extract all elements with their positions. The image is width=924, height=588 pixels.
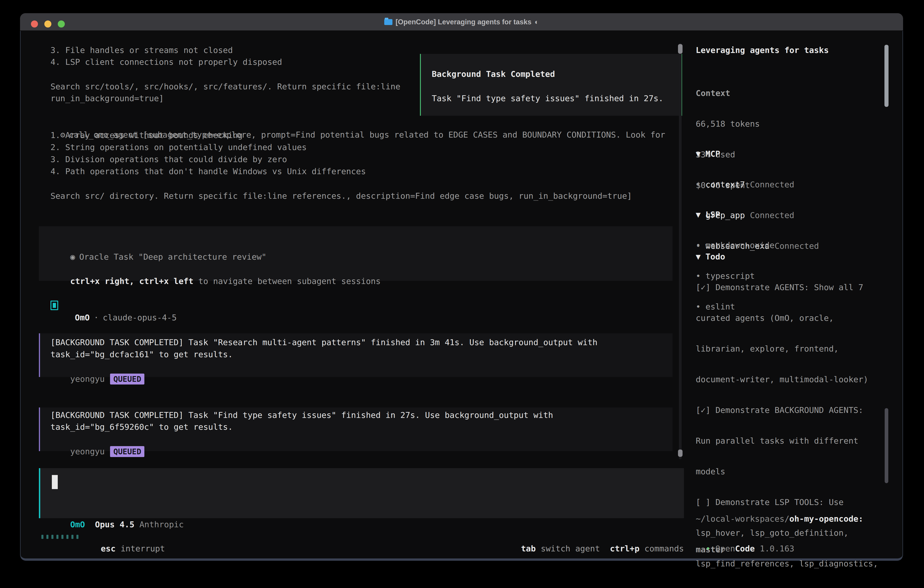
bullet-icon: • [696, 178, 706, 190]
app-version: 1.0.163 [760, 544, 794, 553]
ctrlp-key-hint: ctrl+p [610, 544, 640, 553]
bg-task-meta: yeongyuQUEUED [51, 433, 144, 469]
lsp-heading-row[interactable]: ▼LSP [696, 208, 774, 221]
omo-agent-icon [51, 301, 58, 310]
tool-item: 2. String operations on potentially unde… [51, 141, 307, 153]
bg-task-card: [BACKGROUND TASK COMPLETED] Task "Resear… [39, 333, 673, 377]
terminal-line: run_in_background=true] [51, 92, 164, 104]
mcp-item: •context7Connected [696, 178, 819, 190]
mcp-status: Connected [775, 241, 819, 251]
terminal-line: 3. File handles or streams not closed [51, 44, 233, 56]
session-state-icon: ◐ [535, 18, 539, 26]
oracle-title: Oracle Task "Deep architecture review" [79, 252, 266, 261]
todo-line: curated agents (OmO, oracle, [696, 312, 887, 324]
bg-task-line1: [BACKGROUND TASK COMPLETED] Task "Resear… [51, 336, 597, 349]
tool-item: 1. Array access without bounds checking [51, 129, 243, 141]
todo-line: models [696, 466, 887, 477]
bg-task-line1: [BACKGROUND TASK COMPLETED] Task "Find t… [51, 409, 553, 421]
background-task-toast[interactable]: Background Task Completed Task "Find typ… [420, 54, 682, 116]
oracle-hint-line: ctrl+x right, ctrl+x left to navigate be… [51, 263, 381, 299]
tab-key-label: switch agent [541, 544, 600, 553]
window-title-wrap: [OpenCode] Leveraging agents for tasks ◐ [20, 13, 903, 31]
bg-task-meta: yeongyuQUEUED [51, 361, 144, 397]
tool-tail-line: Search src/ directory. Return specific f… [51, 190, 632, 202]
lsp-name: markdown-oxide [706, 241, 774, 250]
tab-key-hint: tab [521, 544, 536, 553]
text-cursor [52, 475, 58, 489]
mcp-status: Connected [750, 180, 794, 189]
bullet-icon: • [696, 239, 706, 251]
oracle-task-panel: ◉Oracle Task "Deep architecture review" … [39, 226, 673, 281]
todo-line: document-writer, multimodal-looker) [696, 373, 887, 385]
input-agent-name: OmO [70, 520, 85, 529]
workspace-path-line: ~/local-workspaces/oh-my-opencode: [696, 513, 863, 525]
status-badge: QUEUED [110, 446, 144, 457]
agent-model: claude-opus-4-5 [103, 313, 177, 322]
oracle-hint-keys: ctrl+x right, ctrl+x left [70, 276, 193, 286]
bg-task-user: yeongyu [70, 374, 105, 383]
bg-task-user: yeongyu [70, 447, 105, 456]
todo-line: Run parallel tasks with different [696, 435, 887, 447]
chevron-down-icon: ▼ [696, 149, 701, 159]
agent-separator: · [94, 313, 99, 322]
status-dot-icon: • [706, 543, 715, 555]
mcp-heading-row[interactable]: ▼MCP [696, 148, 819, 160]
oracle-hint-text: to navigate between subagent sessions [193, 276, 381, 286]
workspace-path-name: oh-my-opencode: [789, 514, 863, 524]
terminal-line: 4. LSP client connections not properly d… [51, 56, 282, 68]
statusbar-right: tabswitch agentctrl+pcommands [0, 530, 684, 555]
sidebar-title: Leveraging agents for tasks [696, 44, 829, 56]
sidebar-scrollbar-thumb[interactable] [884, 45, 889, 107]
main-scrollbar-thumb-bottom[interactable] [678, 449, 683, 457]
main-scrollbar-thumb[interactable] [678, 44, 683, 54]
bg-task-line2: task_id="bg_dcfac161" to get results. [51, 349, 233, 360]
ctrlp-key-label: commands [645, 544, 684, 553]
mcp-heading: MCP [706, 149, 720, 159]
input-model: Opus 4.5 [95, 520, 134, 529]
bg-task-line2: task_id="bg_6f59260c" to get results. [51, 421, 233, 433]
lsp-item: •markdown-oxide [696, 239, 774, 251]
todo-scrollbar-thumb[interactable] [884, 408, 888, 483]
agent-header-line: OmO·claude-opus-4-5 [65, 299, 177, 324]
terminal-line: Search src/tools/, src/hooks/, src/featu… [51, 81, 400, 92]
chevron-down-icon: ▼ [696, 210, 701, 219]
version-row: •OpenCode1.0.163 [696, 530, 794, 555]
agent-name: OmO [75, 313, 89, 322]
tool-item: 4. Path operations that don't handle Win… [51, 165, 366, 177]
context-heading: Context [696, 87, 760, 99]
mcp-name: context7 [706, 180, 745, 189]
app-name-prefix: Open [715, 544, 735, 553]
app-name-bold: Code [735, 544, 755, 553]
status-badge: QUEUED [110, 373, 144, 385]
lsp-heading: LSP [706, 210, 720, 219]
window-titlebar: [OpenCode] Leveraging agents for tasks ◐ [20, 13, 903, 31]
tool-item: 3. Division operations that could divide… [51, 153, 287, 165]
oracle-icon: ◉ [70, 252, 75, 261]
input-provider: Anthropic [139, 520, 184, 529]
toast-title: Background Task Completed [432, 68, 555, 80]
todo-heading-row[interactable]: ▼Todo [696, 251, 725, 263]
main-scrollbar-track[interactable] [679, 43, 681, 459]
folder-icon [384, 19, 393, 25]
context-tokens: 66,518 tokens [696, 118, 760, 130]
todo-line: librarian, explore, frontend, [696, 343, 887, 355]
todo-line: [✓] Demonstrate BACKGROUND AGENTS: [696, 404, 887, 416]
workspace-path-prefix: ~/local-workspaces/ [696, 514, 789, 524]
todo-line: [✓] Demonstrate AGENTS: Show all 7 [696, 281, 887, 293]
todo-heading: Todo [706, 252, 725, 261]
bg-task-card: [BACKGROUND TASK COMPLETED] Task "Find t… [39, 408, 673, 451]
chevron-down-icon: ▼ [696, 252, 701, 261]
toast-body: Task "Find type safety issues" finished … [432, 92, 663, 104]
window-title: [OpenCode] Leveraging agents for tasks [396, 18, 531, 26]
prompt-input[interactable]: OmOOpus 4.5Anthropic [39, 468, 684, 518]
